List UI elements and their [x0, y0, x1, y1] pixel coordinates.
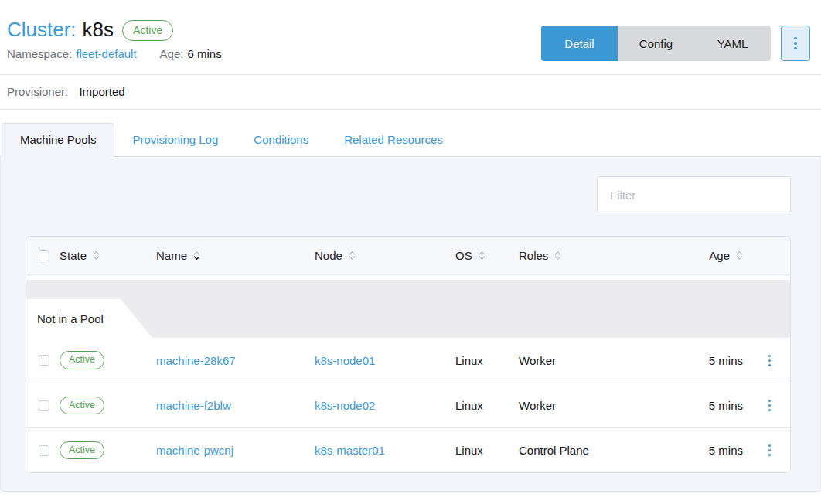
row-actions-kebab-icon[interactable] — [768, 400, 771, 411]
machines-table: State Name Node — [26, 236, 791, 473]
sort-icon — [479, 251, 485, 260]
cluster-name: k8s — [83, 17, 114, 42]
table-row: Active machine-pwcnj k8s-master01 Linux … — [26, 427, 790, 472]
pool-group-row: Not in a Pool — [26, 280, 790, 338]
row-actions-kebab-icon[interactable] — [768, 355, 771, 366]
column-header-state[interactable]: State — [60, 249, 156, 262]
cluster-detail-page: Cluster: k8s Active Namespace: fleet-def… — [0, 0, 821, 492]
header-divider — [0, 109, 821, 110]
column-header-roles[interactable]: Roles — [519, 249, 668, 262]
node-name-link[interactable]: k8s-node01 — [315, 354, 375, 367]
age-cell: 5 mins — [668, 354, 749, 367]
age-cell: 5 mins — [668, 399, 749, 412]
sort-icon — [93, 251, 100, 260]
row-actions-kebab-icon[interactable] — [768, 444, 771, 456]
column-header-name[interactable]: Name — [156, 249, 315, 262]
machine-pools-panel: State Name Node — [0, 157, 821, 492]
cluster-actions-kebab-button[interactable] — [781, 26, 810, 61]
age-value: 6 mins — [187, 47, 221, 60]
filter-input[interactable] — [597, 176, 791, 213]
namespace-label: Namespace: — [7, 47, 72, 60]
sort-icon — [193, 251, 200, 260]
machine-status-badge: Active — [60, 397, 104, 415]
node-name-link[interactable]: k8s-node02 — [315, 399, 375, 412]
table-row: Active machine-f2blw k8s-node02 Linux Wo… — [26, 383, 790, 427]
filter-row — [26, 176, 791, 213]
pool-group-label: Not in a Pool — [37, 312, 104, 325]
cluster-status-badge: Active — [122, 20, 173, 41]
os-cell: Linux — [455, 444, 519, 457]
kebab-menu-icon — [794, 42, 797, 45]
yaml-view-button[interactable]: YAML — [694, 26, 771, 61]
machine-status-badge: Active — [60, 441, 104, 460]
page-title: Cluster: k8s Active — [7, 17, 222, 42]
sort-icon — [349, 251, 356, 260]
age-cell: 5 mins — [668, 444, 749, 457]
provisioner-label: Provisioner: — [7, 85, 68, 98]
config-view-button[interactable]: Config — [618, 26, 694, 61]
row-checkbox[interactable] — [39, 445, 49, 456]
roles-cell: Worker — [519, 354, 668, 367]
provisioner-line: Provisioner: Imported — [0, 75, 821, 109]
row-checkbox[interactable] — [39, 400, 49, 411]
age-label: Age: — [160, 47, 184, 60]
machine-name-link[interactable]: machine-28k67 — [156, 354, 236, 367]
table-header-row: State Name Node — [26, 237, 790, 275]
tab-related-resources[interactable]: Related Resources — [326, 123, 461, 156]
column-header-os[interactable]: OS — [455, 249, 519, 262]
table-body: Active machine-28k67 k8s-node01 Linux Wo… — [26, 338, 790, 472]
column-header-age[interactable]: Age — [668, 249, 749, 262]
kebab-menu-icon — [794, 47, 797, 50]
machine-name-link[interactable]: machine-pwcnj — [156, 444, 233, 457]
resource-type-label: Cluster: — [7, 17, 77, 42]
tab-provisioning-log[interactable]: Provisioning Log — [114, 123, 236, 156]
sort-icon — [554, 251, 561, 260]
tab-conditions[interactable]: Conditions — [236, 123, 326, 156]
row-checkbox[interactable] — [39, 355, 49, 366]
detail-view-button[interactable]: Detail — [541, 26, 618, 61]
table-row: Active machine-28k67 k8s-node01 Linux Wo… — [26, 338, 790, 383]
provisioner-value: Imported — [79, 85, 124, 98]
cluster-meta: Namespace: fleet-default Age: 6 mins — [7, 47, 222, 60]
column-header-node[interactable]: Node — [315, 249, 455, 262]
select-all-checkbox[interactable] — [39, 250, 49, 261]
cluster-header: Cluster: k8s Active Namespace: fleet-def… — [0, 0, 821, 110]
title-block: Cluster: k8s Active Namespace: fleet-def… — [7, 17, 222, 60]
kebab-menu-icon — [794, 37, 797, 40]
roles-cell: Control Plane — [519, 444, 668, 457]
tab-machine-pools[interactable]: Machine Pools — [2, 123, 114, 157]
os-cell: Linux — [455, 354, 519, 367]
machine-name-link[interactable]: machine-f2blw — [156, 399, 231, 412]
node-name-link[interactable]: k8s-master01 — [315, 444, 385, 457]
roles-cell: Worker — [519, 399, 668, 412]
pool-group-tab: Not in a Pool — [26, 299, 158, 338]
sort-icon — [736, 251, 743, 260]
namespace-link[interactable]: fleet-default — [76, 47, 136, 60]
tab-bar: Machine Pools Provisioning Log Condition… — [0, 123, 821, 157]
os-cell: Linux — [455, 399, 519, 412]
view-switcher: Detail Config YAML — [541, 26, 771, 61]
header-actions: Detail Config YAML — [541, 26, 810, 61]
machine-status-badge: Active — [60, 351, 104, 369]
